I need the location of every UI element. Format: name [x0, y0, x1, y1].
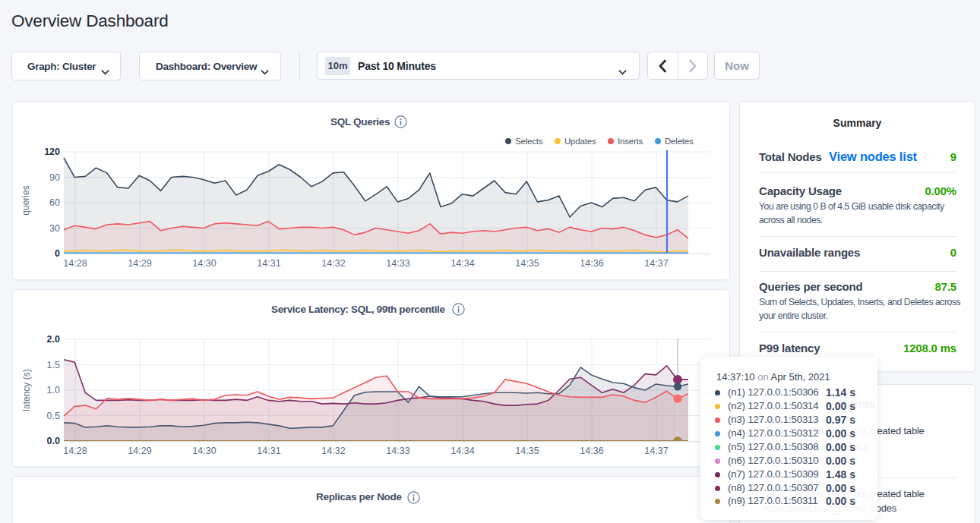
- svg-text:0.0: 0.0: [47, 436, 60, 446]
- svg-text:14:36: 14:36: [580, 258, 603, 269]
- svg-text:latency (s): latency (s): [21, 369, 32, 411]
- svg-text:60: 60: [49, 197, 60, 208]
- svg-text:120: 120: [44, 147, 60, 157]
- svg-text:14:35: 14:35: [515, 446, 539, 456]
- svg-text:14:37: 14:37: [644, 446, 668, 456]
- svg-text:14:31: 14:31: [257, 258, 280, 269]
- svg-text:14:29: 14:29: [128, 446, 151, 456]
- svg-text:14:34: 14:34: [450, 258, 474, 269]
- svg-text:0.5: 0.5: [47, 411, 60, 421]
- svg-text:14:35: 14:35: [515, 258, 539, 269]
- svg-text:14:36: 14:36: [580, 446, 603, 456]
- svg-text:14:31: 14:31: [257, 446, 280, 456]
- svg-text:14:32: 14:32: [321, 258, 345, 269]
- svg-text:queries: queries: [21, 185, 31, 215]
- svg-text:1.5: 1.5: [47, 360, 60, 370]
- svg-text:14:34: 14:34: [450, 446, 474, 456]
- svg-text:14:32: 14:32: [321, 446, 345, 456]
- svg-text:0: 0: [55, 248, 60, 259]
- svg-text:14:37: 14:37: [644, 258, 668, 269]
- svg-text:14:29: 14:29: [128, 258, 151, 269]
- svg-text:2.0: 2.0: [47, 334, 60, 345]
- svg-text:1.0: 1.0: [47, 385, 60, 395]
- svg-text:14:30: 14:30: [192, 258, 216, 269]
- svg-text:14:33: 14:33: [386, 446, 409, 456]
- svg-text:14:33: 14:33: [386, 258, 409, 269]
- svg-text:14:28: 14:28: [63, 258, 87, 269]
- svg-text:90: 90: [49, 172, 60, 183]
- svg-text:30: 30: [49, 223, 60, 234]
- svg-text:14:28: 14:28: [63, 446, 87, 456]
- svg-text:14:30: 14:30: [192, 446, 216, 456]
